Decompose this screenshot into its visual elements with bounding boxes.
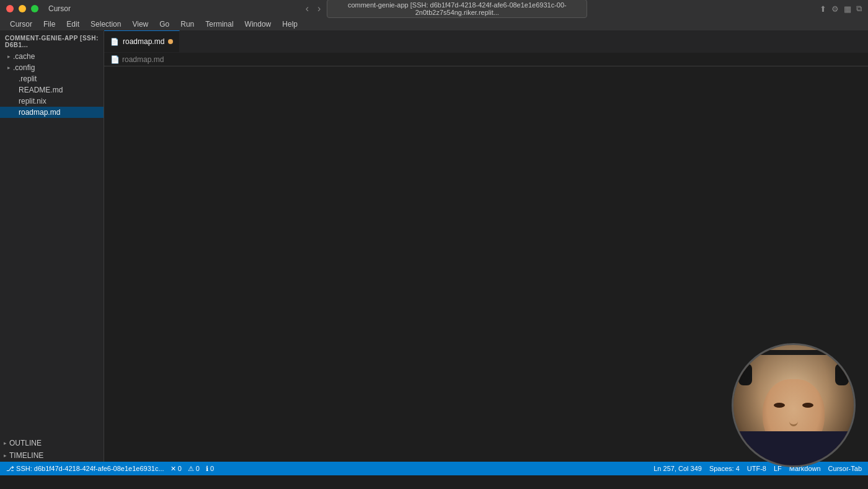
file-icon-small: 📄: [110, 55, 120, 64]
menu-selection[interactable]: Selection: [86, 19, 126, 30]
sidebar-item-label-replit: .replit: [19, 74, 37, 83]
sidebar-item-label-replit-nix: replit.nix: [19, 97, 46, 105]
titlebar-right: ⬆ ⚙ ▦ ⧉: [820, 4, 862, 14]
timeline-section[interactable]: ▸ TIMELINE: [0, 449, 104, 462]
sidebar-header: COMMENT-GENIE-APP [SSH: D6B1...: [0, 31, 104, 51]
close-button[interactable]: [6, 5, 14, 12]
menu-terminal[interactable]: Terminal: [200, 19, 238, 30]
split-icon[interactable]: ⧉: [856, 4, 862, 14]
sidebar-item-cache[interactable]: ▸ .cache: [0, 51, 104, 62]
title-bar: Cursor ‹ › comment-genie-app [SSH: d6b1f…: [0, 0, 868, 17]
statusbar-right: Ln 257, Col 349 Spaces: 4 UTF-8 LF Markd…: [653, 465, 862, 472]
tab-label: roadmap.md: [123, 37, 164, 46]
collapse-icon: ▸: [7, 65, 11, 71]
nose: [789, 416, 798, 426]
sidebar-item-label-config: .config: [13, 63, 35, 72]
shirt: [733, 431, 854, 465]
statusbar-left: ⎇ SSH: d6b1f47d-4218-424f-afe6-08e1e1e69…: [6, 465, 214, 473]
layout-icon[interactable]: ▦: [844, 4, 851, 14]
sidebar-item-config[interactable]: ▸ .config: [0, 62, 104, 73]
breadcrumb: 📄 roadmap.md: [104, 53, 868, 66]
collapse-icon: ▸: [7, 53, 11, 60]
spaces-status[interactable]: Spaces: 4: [709, 465, 740, 472]
git-branch-status[interactable]: ⎇ SSH: d6b1f47d-4218-424f-afe6-08e1e1e69…: [6, 465, 164, 473]
sidebar-item-replit-nix[interactable]: replit.nix: [0, 96, 104, 107]
menu-cursor[interactable]: Cursor: [5, 19, 37, 30]
encoding-status[interactable]: UTF-8: [747, 465, 766, 472]
outline-section[interactable]: ▸ OUTLINE: [0, 437, 104, 449]
sidebar-item-roadmap[interactable]: roadmap.md: [0, 107, 104, 118]
cursor-mode-status[interactable]: Cursor-Tab: [828, 465, 862, 472]
menu-file[interactable]: File: [38, 19, 60, 30]
roadmap-tab[interactable]: 📄 roadmap.md: [104, 30, 180, 52]
titlebar-left: Cursor: [6, 4, 71, 13]
sidebar-item-label-readme: README.md: [19, 86, 63, 94]
maximize-button[interactable]: [31, 5, 38, 12]
sidebar-item-label-roadmap: roadmap.md: [19, 108, 60, 117]
menu-window[interactable]: Window: [240, 19, 277, 30]
webcam-feed: [733, 345, 854, 465]
tab-bar: 📄 roadmap.md: [104, 31, 868, 53]
file-icon: 📄: [110, 38, 119, 46]
outline-arrow-icon: ▸: [4, 440, 7, 446]
timeline-arrow-icon: ▸: [4, 452, 7, 459]
sidebar: COMMENT-GENIE-APP [SSH: D6B1... ▸ .cache…: [0, 31, 104, 462]
left-eye: [774, 403, 785, 408]
breadcrumb-path: roadmap.md: [122, 55, 164, 64]
errors-status[interactable]: ✕ 0: [170, 465, 182, 473]
modified-indicator: [168, 39, 173, 44]
settings-icon[interactable]: ⚙: [831, 4, 839, 14]
sidebar-item-replit[interactable]: .replit: [0, 73, 104, 84]
timeline-label: TIMELINE: [9, 451, 43, 460]
menu-edit[interactable]: Edit: [61, 19, 84, 30]
menu-help[interactable]: Help: [277, 19, 303, 30]
sidebar-item-label-cache: .cache: [13, 52, 35, 61]
menu-run[interactable]: Run: [175, 19, 199, 30]
right-eye: [802, 403, 813, 408]
titlebar-center: ‹ › comment-genie-app [SSH: d6b1f47d-421…: [71, 0, 820, 18]
nav-forward-button[interactable]: ›: [315, 3, 323, 14]
info-status[interactable]: ℹ 0: [206, 465, 214, 473]
app-name-label: Cursor: [48, 4, 71, 13]
sidebar-item-readme[interactable]: README.md: [0, 84, 104, 96]
cursor-pos-status[interactable]: Ln 257, Col 349: [653, 465, 702, 472]
minimize-button[interactable]: [19, 5, 26, 12]
warnings-status[interactable]: ⚠ 0: [188, 465, 200, 473]
nav-back-button[interactable]: ‹: [303, 3, 311, 14]
line-numbers: [104, 66, 136, 462]
share-icon[interactable]: ⬆: [820, 4, 826, 14]
menu-view[interactable]: View: [127, 19, 153, 30]
address-bar[interactable]: comment-genie-app [SSH: d6b1f47d-4218-42…: [327, 0, 587, 18]
menu-go[interactable]: Go: [154, 19, 174, 30]
menubar: Cursor File Edit Selection View Go Run T…: [0, 17, 868, 31]
webcam-overlay: [732, 343, 856, 467]
outline-label: OUTLINE: [9, 439, 42, 447]
